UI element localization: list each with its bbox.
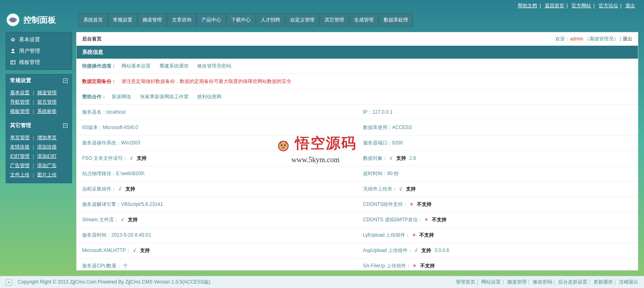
sysinfo-cell: 服务器时间：2013-5-20 8:45:01 <box>77 228 357 243</box>
sysinfo-cell: IIS版本：Microsoft-IIS/6.0 <box>77 120 357 135</box>
section-header-sysinfo: 系统信息 <box>77 46 638 59</box>
footer-link[interactable]: 网站设置 <box>481 279 501 285</box>
sidebar-link[interactable]: 添加广告 <box>37 162 57 169</box>
collapse-icon[interactable]: − <box>63 78 68 83</box>
sponsor-link[interactable]: 慈利信息网 <box>197 94 221 100</box>
sysinfo-cell: IP：127.0.0.1 <box>357 105 638 120</box>
sysinfo-cell: Microsoft.XMLHTTP：√支持 <box>77 243 357 258</box>
sysinfo-cell: 远程采集组件：√支持 <box>77 182 357 197</box>
sidebar-link-row: 友情连接|添加连接 <box>10 142 68 152</box>
sysinfo-cell: CDONTS组件支持：×不支持 <box>357 197 638 212</box>
sidebar-link[interactable]: 基本设置 <box>10 89 30 96</box>
breadcrumb: 后台首页 欢迎：admin （高级管理员） | 退出 <box>77 32 638 46</box>
sysinfo-cell: 服务器CPU数量： 个 <box>77 258 357 271</box>
top-link-site[interactable]: 官方网站 <box>572 3 591 8</box>
nav-tabs: 系统首页常规设置频道管理文章咨询产品中心下载中心人才招聘自定义管理其它管理生成管… <box>79 13 413 27</box>
sysinfo-row: 服务器名：localhostIP：127.0.0.1 <box>77 105 638 120</box>
sysinfo-cell: 数据对象：√支持2.8 <box>357 151 638 166</box>
sidebar-link[interactable]: 导航管理 <box>10 99 30 106</box>
sysinfo-cell: 数据库使用：ACCESS <box>357 120 638 135</box>
quick-op-link[interactable]: 网站基本设置 <box>121 63 151 69</box>
footer-link[interactable]: 后台皮肤设置 <box>558 279 587 285</box>
svg-point-2 <box>12 49 14 51</box>
sidebar-link[interactable]: 单页管理 <box>10 134 30 141</box>
footer-link[interactable]: 更新缓存 <box>593 279 613 285</box>
nav-tab[interactable]: 常规设置 <box>108 13 137 27</box>
sidebar-link[interactable]: 增加单页 <box>37 134 57 141</box>
footer-link[interactable]: 频道管理 <box>507 279 527 285</box>
sysinfo-cell: 无组件上传类：√支持 <box>357 182 638 197</box>
current-user: admin <box>570 36 583 42</box>
sidebar-link[interactable]: 添加幻灯 <box>37 153 57 160</box>
top-link-home[interactable]: 返回首页 <box>545 3 564 8</box>
sidebar-panel-title: 其它管理 <box>10 122 31 129</box>
welcome-label: 欢迎： <box>555 36 570 42</box>
gear-icon <box>10 37 16 42</box>
sponsor-link[interactable]: 新派网络 <box>112 94 131 100</box>
sidebar-link[interactable]: 系统标签 <box>37 108 57 115</box>
quick-op-link[interactable]: 重建系统缓存 <box>159 63 189 69</box>
footer-link[interactable]: 修改密码 <box>533 279 552 285</box>
sysinfo-cell: Stream 文件流：√支持 <box>77 212 357 227</box>
sysinfo-row: Microsoft.XMLHTTP：√支持AspUpload 上传组件：√支持3… <box>77 243 638 258</box>
logout-link[interactable]: 退出 <box>623 36 632 42</box>
sysinfo-cell: FSO 文本文件读写：√支持 <box>77 151 357 166</box>
quick-op-link[interactable]: 修改管理员密码 <box>197 63 231 69</box>
sysinfo-cell: SA-FileUp 上传组件：×不支持 <box>357 258 638 271</box>
sysinfo-cell: 站点物理路径：E:\web\9200\ <box>77 166 357 181</box>
sidebar-link[interactable]: 模板管理 <box>10 108 30 115</box>
sponsor-link[interactable]: 张家界新派网络工作室 <box>140 94 189 100</box>
nav-tab[interactable]: 人才招聘 <box>256 13 285 27</box>
sidebar-link[interactable]: 留言管理 <box>37 99 57 106</box>
sidebar-link[interactable]: 友情连接 <box>10 144 30 150</box>
top-link-forum[interactable]: 官方论坛 <box>599 3 618 8</box>
nav-tab[interactable]: 其它管理 <box>320 13 349 27</box>
sysinfo-table: 服务器名：localhostIP：127.0.0.1IIS版本：Microsof… <box>77 105 638 271</box>
quick-ops-row: 快捷操作选项： 网站基本设置 重建系统缓存 修改管理员密码 <box>77 59 638 74</box>
nav-tab[interactable]: 系统首页 <box>79 13 108 27</box>
sysinfo-cell: 服务器操作系统：Win2003 <box>77 136 357 150</box>
footer: « Copyright Right © 2013 ZjjCms.Com Powe… <box>0 276 644 288</box>
backup-text: 请注意定期做好数据备份，数据的定期备份可最大限度的保障您网站数据的安全 <box>121 78 291 84</box>
sysinfo-row: 服务器时间：2013-5-20 8:45:01LyfUpload 上传组件：×不… <box>77 228 638 243</box>
sidebar-top-item[interactable]: 模板管理 <box>6 57 72 68</box>
user-icon <box>10 48 16 54</box>
sidebar-link-row: 广告管理|添加广告 <box>10 161 68 170</box>
sidebar-link[interactable]: 添加连接 <box>37 144 57 150</box>
sidebar-link[interactable]: 广告管理 <box>10 162 30 169</box>
sidebar-link[interactable]: 幻灯管理 <box>10 153 30 160</box>
sidebar-collapse-button[interactable]: « <box>6 279 12 286</box>
sysinfo-row: Stream 文件流：√支持CDONTS 虚拟SMTP发信：×不支持 <box>77 212 638 228</box>
sidebar-link[interactable]: 图片上传 <box>37 172 57 178</box>
sidebar-link-row: 基本设置|频道管理 <box>10 88 68 97</box>
sidebar-link[interactable]: 频道管理 <box>37 89 57 96</box>
nav-tab[interactable]: 数据库处理 <box>379 13 413 27</box>
nav-tab[interactable]: 频道管理 <box>138 13 167 27</box>
footer-link[interactable]: 注销退出 <box>619 279 638 285</box>
nav-tab[interactable]: 自定义管理 <box>285 13 319 27</box>
sysinfo-cell: 超时时间：90 秒 <box>357 166 638 181</box>
page-title: 后台首页 <box>82 36 102 42</box>
nav-tab[interactable]: 下载中心 <box>226 13 255 27</box>
nav-tab[interactable]: 生成管理 <box>349 13 378 27</box>
footer-links: 管理首页|网站设置|频道管理|修改密码|后台皮肤设置|更新缓存|注销退出 <box>454 279 638 286</box>
sidebar-link-row: 单页管理|增加单页 <box>10 133 68 142</box>
tpl-icon <box>10 59 16 65</box>
sponsor-row: 赞助合作： 新派网络 张家界新派网络工作室 慈利信息网 <box>77 89 638 105</box>
sysinfo-cell: AspUpload 上传组件：√支持3.0.0.6 <box>357 243 638 258</box>
top-link-logout[interactable]: 退出 <box>625 3 635 8</box>
sysinfo-cell: 服务器名：localhost <box>77 105 357 120</box>
sysinfo-cell: CDONTS 虚拟SMTP发信：×不支持 <box>357 212 638 227</box>
collapse-icon[interactable]: − <box>63 123 68 128</box>
sidebar-top-block: 基本设置用户管理模板管理 <box>6 32 72 70</box>
sidebar-top-item[interactable]: 用户管理 <box>6 45 72 57</box>
sidebar-link[interactable]: 文件上传 <box>10 172 30 178</box>
backup-label: 数据定期备份： <box>82 78 116 84</box>
top-link-help[interactable]: 帮助文档 <box>518 3 537 8</box>
sysinfo-row: 远程采集组件：√支持无组件上传类：√支持 <box>77 182 638 197</box>
footer-link[interactable]: 管理首页 <box>456 279 475 285</box>
nav-tab[interactable]: 文章咨询 <box>167 13 196 27</box>
sidebar-top-item[interactable]: 基本设置 <box>6 34 72 45</box>
nav-tab[interactable]: 产品中心 <box>197 13 226 27</box>
sysinfo-cell: 服务器解译引擎：VBScript/5.8.23141 <box>77 197 357 212</box>
